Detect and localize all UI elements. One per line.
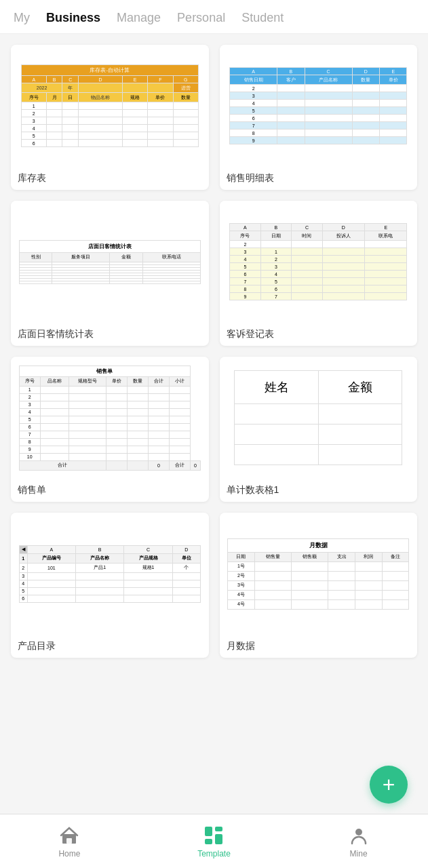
preview-inventory: 库存表-自动计算 ABCDEFG 2022 年 进货 xyxy=(11,45,209,167)
card-product[interactable]: ◀ ABCD 1 产品编号产品名称产品规格单位 2101产品1规格1个 3 xyxy=(11,513,209,658)
label-month-data: 月数据 xyxy=(220,635,418,658)
nav-personal[interactable]: Personal xyxy=(177,11,225,25)
fab-add-button[interactable]: + xyxy=(370,766,408,804)
nav-template-button[interactable]: Template xyxy=(197,825,231,859)
svg-rect-1 xyxy=(66,838,72,844)
top-navigation: My Business Manage Personal Student xyxy=(0,0,428,34)
home-icon xyxy=(58,825,80,846)
preview-customer-stats: 店面日客情统计表 性别服务项目金额联系电话 xyxy=(11,201,209,323)
plus-icon: + xyxy=(383,774,395,795)
mine-label: Mine xyxy=(350,849,368,859)
label-inventory: 库存表 xyxy=(11,167,209,190)
mine-icon xyxy=(348,825,370,846)
label-count-table: 单计数表格1 xyxy=(220,479,418,502)
nav-business[interactable]: Business xyxy=(46,11,100,25)
home-label: Home xyxy=(58,849,80,859)
main-content: 库存表-自动计算 ABCDEFG 2022 年 进货 xyxy=(0,34,428,726)
preview-complaint: ABCDE 序号日期时间投诉人联系电 2 31 42 53 64 75 86 xyxy=(220,201,418,323)
nav-my[interactable]: My xyxy=(14,11,30,25)
preview-product: ◀ ABCD 1 产品编号产品名称产品规格单位 2101产品1规格1个 3 xyxy=(11,513,209,635)
card-sales-detail[interactable]: ABCDE 销售日期客户产品名称数量单价 2 3 4 5 6 7 8 xyxy=(220,45,418,190)
card-sales-invoice[interactable]: 销售单 序号品名称规格型号单价数量合计小计 1 2 3 4 5 6 7 xyxy=(11,357,209,502)
label-complaint: 客诉登记表 xyxy=(220,323,418,346)
card-month-data[interactable]: 月数据 日期销售量销售额支出利润备注 1号 2号 3号 4号 4号 xyxy=(220,513,418,658)
svg-point-6 xyxy=(355,829,362,835)
bottom-navigation: Home Template Mine xyxy=(0,814,428,868)
nav-home-button[interactable]: Home xyxy=(58,825,80,859)
template-label: Template xyxy=(197,849,231,859)
label-product: 产品目录 xyxy=(11,635,209,658)
label-customer-stats: 店面日客情统计表 xyxy=(11,323,209,346)
svg-rect-2 xyxy=(205,827,212,836)
svg-rect-4 xyxy=(215,834,222,844)
preview-month-data: 月数据 日期销售量销售额支出利润备注 1号 2号 3号 4号 4号 xyxy=(220,513,418,635)
card-count-table[interactable]: 姓名 金额 单计数表格1 xyxy=(220,357,418,502)
template-icon xyxy=(203,825,225,846)
card-complaint[interactable]: ABCDE 序号日期时间投诉人联系电 2 31 42 53 64 75 86 xyxy=(220,201,418,346)
nav-student[interactable]: Student xyxy=(241,11,284,25)
preview-sales-detail: ABCDE 销售日期客户产品名称数量单价 2 3 4 5 6 7 8 xyxy=(220,45,418,167)
svg-rect-3 xyxy=(215,827,222,831)
label-sales-detail: 销售明细表 xyxy=(220,167,418,190)
svg-rect-5 xyxy=(205,839,212,844)
preview-sales-invoice: 销售单 序号品名称规格型号单价数量合计小计 1 2 3 4 5 6 7 xyxy=(11,357,209,479)
nav-mine-button[interactable]: Mine xyxy=(348,825,370,859)
preview-count-table: 姓名 金额 xyxy=(220,357,418,479)
card-inventory[interactable]: 库存表-自动计算 ABCDEFG 2022 年 进货 xyxy=(11,45,209,190)
card-customer-stats[interactable]: 店面日客情统计表 性别服务项目金额联系电话 xyxy=(11,201,209,346)
label-sales-invoice: 销售单 xyxy=(11,479,209,502)
template-grid: 库存表-自动计算 ABCDEFG 2022 年 进货 xyxy=(11,45,417,658)
nav-manage[interactable]: Manage xyxy=(117,11,161,25)
